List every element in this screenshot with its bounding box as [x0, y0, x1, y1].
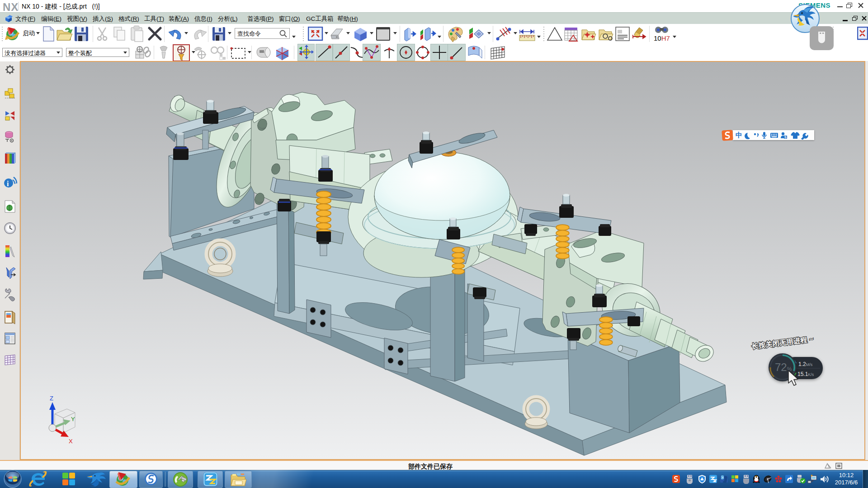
svg-text:Y: Y [71, 416, 75, 422]
svg-text:X: X [69, 438, 73, 445]
svg-text:1.2M/s: 1.2M/s [798, 361, 813, 367]
svg-text:S: S [784, 136, 787, 139]
svg-text:Z: Z [50, 395, 53, 402]
svg-text:中: 中 [736, 131, 742, 139]
svg-text:i: i [7, 180, 9, 188]
svg-text:10H7: 10H7 [654, 34, 670, 42]
svg-text:长按关闭无用进程 ~: 长按关闭无用进程 ~ [751, 335, 814, 350]
